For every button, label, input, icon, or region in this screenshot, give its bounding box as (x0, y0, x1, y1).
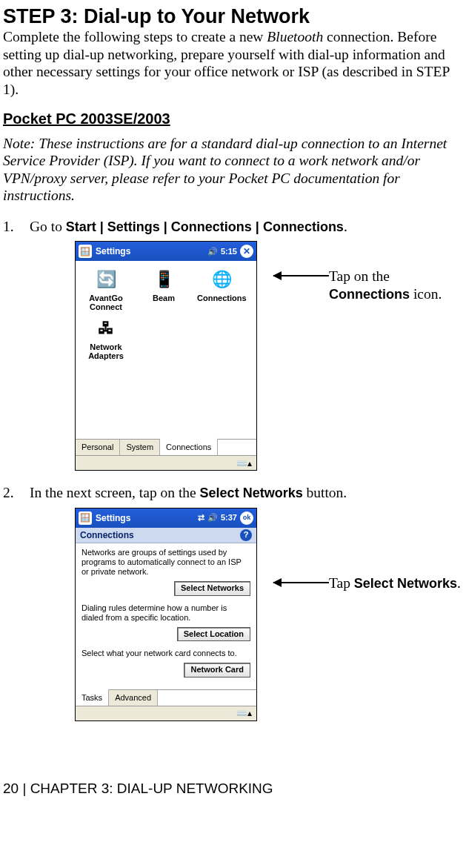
ppc-screenshot-1: 🪟 Settings 🔊 5:15 ✕ 🔄 AvantGo Connect 📱 … (75, 241, 257, 471)
list-num-1: 1. (3, 218, 30, 236)
avantgo-glyph-icon: 🔄 (93, 267, 119, 292)
tab-tasks[interactable]: Tasks (76, 689, 109, 706)
list-item-2: 2. In the next screen, tap on the Select… (3, 484, 463, 502)
avantgo-connect-icon[interactable]: 🔄 AvantGo Connect (81, 267, 130, 311)
connectivity-icon[interactable]: ⇄ (198, 513, 204, 523)
ppc2-p1: Networks are groups of settings used by … (81, 548, 250, 577)
page-footer: 20 | CHAPTER 3: DIAL-UP NETWORKING (3, 781, 463, 798)
ppc2-p3: Select what your network card connects t… (81, 649, 250, 658)
tab-advanced[interactable]: Advanced (109, 690, 158, 706)
beam-icon[interactable]: 📱 Beam (139, 267, 188, 311)
intro-pre: Complete the following steps to create a… (3, 29, 267, 44)
close-icon[interactable]: ✕ (240, 245, 253, 258)
arrow-icon (273, 275, 329, 276)
c2-bold: Select Networks (354, 576, 457, 591)
ppc2-subheader: Connections ? (76, 528, 256, 543)
c1-post: icon. (410, 286, 442, 302)
s1-pre: Go to (30, 219, 66, 234)
ppc2-time[interactable]: 5:37 (221, 513, 237, 523)
select-location-button[interactable]: Select Location (177, 627, 250, 641)
ppc1-sip-bar[interactable]: ⌨️▴ (76, 455, 256, 470)
arrow-icon (273, 582, 329, 583)
section-note: Note: These instructions are for a stand… (3, 135, 463, 205)
ppc2-p2: Dialing rules determine how a number is … (81, 603, 250, 623)
tab-system[interactable]: System (120, 440, 160, 455)
netadapters-label: Network Adapters (81, 342, 130, 360)
list-item-1: 1. Go to Start | Settings | Connections … (3, 218, 463, 236)
select-networks-button[interactable]: Select Networks (174, 581, 250, 595)
step-title: STEP 3: Dial-up to Your Network (3, 4, 463, 28)
s2-pre: In the next screen, tap on the (30, 485, 200, 500)
intro-em: Bluetooth (267, 29, 323, 44)
ppc2-tabs: Tasks Advanced (76, 689, 256, 706)
speaker-icon[interactable]: 🔊 (207, 513, 218, 523)
ppc1-titlebar: 🪟 Settings 🔊 5:15 ✕ (76, 242, 256, 261)
s2-bold: Select Networks (200, 486, 303, 500)
tab-connections[interactable]: Connections (160, 438, 218, 455)
ppc2-titlebar: 🪟 Settings ⇄ 🔊 5:37 ok (76, 508, 256, 528)
keyboard-icon[interactable]: ⌨️▴ (236, 458, 252, 468)
beam-glyph-icon: 📱 (151, 267, 176, 292)
ppc2-subheader-text: Connections (80, 530, 134, 540)
network-card-button[interactable]: Network Card (184, 663, 250, 677)
callout-2: Tap Select Networks. (329, 508, 463, 592)
s1-bold: Start | Settings | Connections | Connect… (66, 219, 344, 234)
c2-post: . (457, 575, 461, 591)
section-heading: Pocket PC 2003SE/2003 (3, 110, 463, 127)
ppc1-time[interactable]: 5:15 (221, 247, 237, 256)
list-num-2: 2. (3, 484, 30, 502)
network-adapters-icon[interactable]: 🖧 Network Adapters (81, 316, 130, 360)
beam-label: Beam (139, 294, 188, 302)
intro-paragraph: Complete the following steps to create a… (3, 28, 463, 98)
speaker-icon[interactable]: 🔊 (207, 247, 218, 256)
callout-1: Tap on the Connections icon. (329, 241, 463, 302)
ppc2-body: Networks are groups of settings used by … (76, 543, 256, 689)
connections-glyph-icon: 🌐 (209, 267, 234, 292)
ppc-screenshot-2: 🪟 Settings ⇄ 🔊 5:37 ok Connections ? Net… (75, 508, 257, 721)
ok-button[interactable]: ok (240, 511, 253, 525)
start-flag-icon[interactable]: 🪟 (79, 245, 92, 258)
ppc2-sip-bar[interactable]: ⌨️▴ (76, 706, 256, 720)
ppc1-tabs: Personal System Connections (76, 439, 256, 455)
start-flag-icon[interactable]: 🪟 (79, 511, 92, 525)
figure-2-row: 🪟 Settings ⇄ 🔊 5:37 ok Connections ? Net… (3, 508, 463, 721)
c1-bold: Connections (329, 287, 410, 302)
s2-post: button. (303, 485, 347, 500)
tab-personal[interactable]: Personal (76, 440, 120, 455)
s1-post: . (344, 219, 347, 234)
c2-pre: Tap (329, 575, 354, 591)
ppc1-title: Settings (96, 246, 130, 256)
help-icon[interactable]: ? (240, 529, 252, 541)
netadapters-glyph-icon: 🖧 (93, 316, 119, 341)
keyboard-icon[interactable]: ⌨️▴ (236, 708, 252, 718)
avantgo-label: AvantGo Connect (81, 294, 130, 311)
figure-1-row: 🪟 Settings 🔊 5:15 ✕ 🔄 AvantGo Connect 📱 … (3, 241, 463, 471)
connections-icon[interactable]: 🌐 Connections (197, 267, 246, 311)
ppc2-title: Settings (96, 513, 130, 523)
c1-pre: Tap on the (329, 268, 390, 284)
connections-label: Connections (197, 294, 246, 302)
